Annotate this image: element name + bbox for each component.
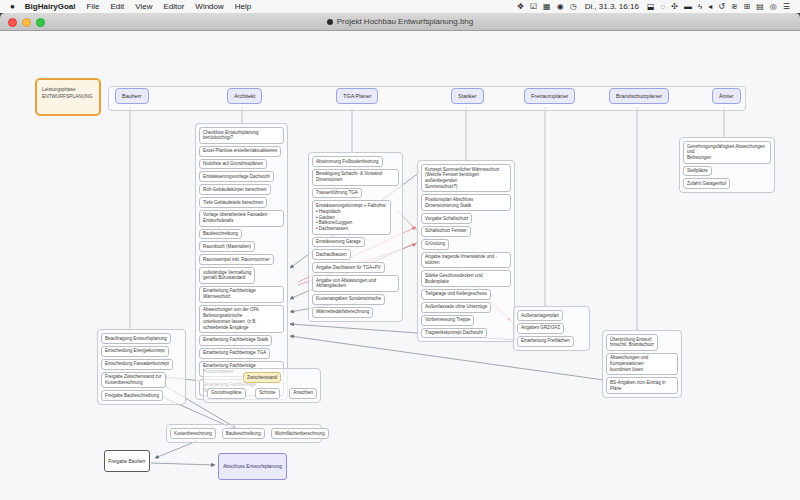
check-circle-icon[interactable]: ☑: [530, 3, 537, 11]
statiker-task-node[interactable]: Schallschutz Fenster: [421, 226, 471, 237]
zwischenstand-group[interactable]: Zwischenstand GrundrisspläneSchnitteAnsi…: [203, 368, 321, 403]
brandschutz-task-node[interactable]: Überprüfung Entwurf hinsichtl. Brandschu…: [606, 334, 658, 351]
tga-task-node[interactable]: Wärmebedarfsberechnung: [312, 307, 373, 318]
architekt-task-node[interactable]: Tiefe Gebäudeteile berechnen: [199, 197, 267, 208]
app-menu-bighairygoal[interactable]: BigHairyGoal: [25, 2, 76, 11]
freiraum-task-node[interactable]: Einarbeitung Freiflächen: [517, 336, 574, 347]
role-freiraumplaner[interactable]: Freiraumplaner: [524, 88, 575, 104]
close-button[interactable]: [8, 18, 17, 27]
architekt-task-node[interactable]: Einarbeitung Fachbeiträge Wärmeschutz: [199, 286, 284, 303]
menu-item[interactable]: File: [87, 2, 100, 11]
architekt-task-node[interactable]: Baubeschreibung: [199, 229, 242, 240]
bauherr-task-node[interactable]: Freigabe Zwischenstand zur Kostenberechn…: [101, 372, 166, 389]
statiker-task-node[interactable]: Positionsplan Abschluss Dimensionierung …: [421, 194, 511, 211]
architekt-task-node[interactable]: Einarbeitung Fachbeiträge TGA: [199, 348, 270, 359]
menu-bar-clock[interactable]: Di., 31.3. 16:16: [585, 2, 639, 11]
tga-task-node[interactable]: Dachaufbauten: [312, 249, 351, 260]
bauherr-task-group[interactable]: Beauftragung EntwurfsplanungEntscheidung…: [97, 329, 186, 405]
apple-menu-icon[interactable]: ●: [10, 3, 15, 11]
ergebnisse-group[interactable]: KostenberechnungBaubeschreibungWohnfläch…: [166, 424, 322, 443]
brandschutz-task-node[interactable]: BS-Angaben zum Eintrag in Pläne: [606, 377, 678, 394]
clock-outline-icon[interactable]: ◷: [570, 3, 577, 11]
freigabe-bauherr-node[interactable]: Freigabe Bauherr: [104, 450, 150, 472]
zwischenstand-item-node[interactable]: Schnitte: [255, 388, 279, 399]
architekt-task-node[interactable]: Vorlage überarbeitete Fassaden-Entwurfsd…: [199, 210, 284, 227]
bauherr-task-node[interactable]: Freigabe Baubeschreibung: [101, 390, 163, 401]
freiraumplaner-task-group[interactable]: AußenanlagenplanAngaben GRZ/GFZEinarbeit…: [513, 306, 590, 351]
bauherr-task-node[interactable]: Entscheidung Fassadenkonzept: [101, 359, 173, 370]
architekt-task-group[interactable]: Checkliste Entwurfsplanung berücksichtig…: [195, 123, 288, 400]
tga-task-group[interactable]: Abstimmung FußbodenheizungBestätigung Sc…: [308, 152, 403, 322]
architekt-task-node[interactable]: Raumstempel inkl. Raumnummer: [199, 254, 274, 265]
ergebnis-node[interactable]: Baubeschreibung: [222, 428, 265, 439]
tga-task-node[interactable]: Bestätigung Schacht- & Vorwand-Dimension…: [312, 169, 399, 186]
statiker-task-node[interactable]: Konzept Sommerlicher Wärmeschutz (Welche…: [421, 164, 511, 192]
zoom-button[interactable]: [36, 18, 45, 27]
time-machine-icon[interactable]: ↺: [718, 3, 725, 11]
role-architekt[interactable]: Architekt: [227, 88, 262, 104]
architekt-task-node[interactable]: Roh-Gebäudekörper berechnen: [199, 184, 271, 195]
menu-item[interactable]: Window: [195, 2, 223, 11]
battery-level-icon[interactable]: ▤: [756, 3, 764, 11]
speech-bubble-icon[interactable]: ◌: [660, 3, 665, 11]
app-crash-icon[interactable]: ✥: [517, 3, 524, 11]
ergebnis-node[interactable]: Wohnflächenberechnung: [271, 428, 329, 439]
start-node-leistungsphase[interactable]: Leistungsphase ENTWURFSPLANUNG: [35, 78, 101, 116]
menu-item[interactable]: Edit: [110, 2, 124, 11]
menu-item[interactable]: Editor: [163, 2, 184, 11]
architekt-task-node[interactable]: Einarbeitung Fachbeiträge Statik: [199, 335, 272, 346]
brandschutz-task-node[interactable]: Abweichungen und Kompensationen koordini…: [606, 353, 678, 376]
tga-task-node[interactable]: Angabe Dachlasten für TGA+PV: [312, 262, 385, 273]
menu-item[interactable]: Help: [235, 2, 251, 11]
tga-task-node[interactable]: Angabe von Abkastungen und Abhangdecken: [312, 275, 399, 292]
display-mirroring-icon[interactable]: ⬓: [647, 3, 655, 11]
freiraum-task-node[interactable]: Außenanlagenplan: [517, 310, 563, 321]
freiraum-task-node[interactable]: Angaben GRZ/GFZ: [517, 323, 564, 334]
zwischenstand-node[interactable]: Zwischenstand: [243, 372, 281, 383]
notification-center-icon[interactable]: ☰: [783, 3, 790, 11]
architekt-task-node[interactable]: Excel-Planliste erstellen/aktualisieren: [199, 146, 281, 157]
abschluss-node[interactable]: Abschluss Entwurfsplanung: [218, 453, 287, 480]
ergebnis-node[interactable]: Kostenberechnung: [170, 428, 216, 439]
architekt-task-node[interactable]: vollständige Vermaßung gemäß Bürostandar…: [199, 267, 255, 284]
brandschutz-task-group[interactable]: Überprüfung Entwurf hinsichtl. Brandschu…: [602, 330, 682, 398]
statiker-task-node[interactable]: Tiefgarage und Kellergeschoss: [421, 289, 491, 300]
architekt-task-node[interactable]: Raumbuch (Materialien): [199, 241, 255, 252]
role-tga-planer[interactable]: TGA Planer: [336, 88, 378, 104]
aemter-task-node[interactable]: Zufahrt Garagenhof: [683, 178, 730, 189]
architekt-task-node[interactable]: Notizliste auf Grundrissplänen: [199, 159, 267, 170]
statiker-task-node[interactable]: Gründung: [421, 239, 449, 250]
volume-icon[interactable]: ◂: [708, 3, 712, 11]
tga-task-node[interactable]: Trassenführung TGA: [312, 188, 362, 199]
input-source-icon[interactable]: ⊞: [744, 3, 751, 11]
statiker-task-group[interactable]: Konzept Sommerlicher Wärmeschutz (Welche…: [417, 160, 515, 342]
zwischenstand-item-node[interactable]: Ansichten: [289, 388, 317, 399]
wifi-icon[interactable]: ≋: [731, 3, 738, 11]
statiker-task-node[interactable]: Außenfassade ohne Unterzüge: [421, 302, 491, 313]
menu-item[interactable]: View: [135, 2, 152, 11]
zwischenstand-item-node[interactable]: Grundrisspläne: [207, 388, 246, 399]
tga-task-node[interactable]: Kostenangaben Sonderwünsche: [312, 294, 385, 305]
statiker-task-node[interactable]: Tragwerkskonzept Dachstuhl: [421, 328, 487, 339]
tga-task-node[interactable]: Entwässerung Garage: [312, 237, 365, 248]
battery-charging-icon[interactable]: ϟ: [698, 3, 702, 11]
role-aemter[interactable]: Ämter: [712, 88, 741, 104]
architekt-task-node[interactable]: Checkliste Entwurfsplanung berücksichtig…: [199, 127, 284, 144]
architekt-task-node[interactable]: Entwässerungsvorlage Dachstuhl: [199, 171, 274, 182]
fan-icon[interactable]: ✣: [671, 3, 678, 11]
chat-badge-icon[interactable]: ◉: [557, 3, 564, 11]
aemter-task-group[interactable]: Genehmigungsfähigkeit Abweichungen und B…: [679, 137, 775, 193]
tga-task-node[interactable]: Abstimmung Fußbodenheizung: [312, 156, 383, 167]
keyboard-icon[interactable]: ▬: [684, 3, 692, 11]
aemter-task-node[interactable]: Stellplätze: [683, 166, 712, 177]
bauherr-task-node[interactable]: Entscheidung Energiekonzept: [101, 346, 169, 357]
bauherr-task-node[interactable]: Beauftragung Entwurfsplanung: [101, 333, 171, 344]
architekt-task-node[interactable]: Abweichungen von der OFk: Befreiungswüns…: [199, 305, 284, 333]
aemter-task-node[interactable]: Genehmigungsfähigkeit Abweichungen und B…: [683, 141, 771, 164]
role-bauherr[interactable]: Bauherr: [115, 88, 149, 104]
statiker-task-node[interactable]: Vorgabe Schallschutz: [421, 213, 472, 224]
statiker-task-node[interactable]: Angabe tragende Innenwände und -stützen: [421, 252, 511, 269]
role-statiker[interactable]: Statiker: [451, 88, 484, 104]
tga-task-node[interactable]: Entwässerungskonzept + Fallrohre: • Haup…: [312, 200, 391, 234]
role-brandschutzplaner[interactable]: Brandschutzplaner: [609, 88, 669, 104]
